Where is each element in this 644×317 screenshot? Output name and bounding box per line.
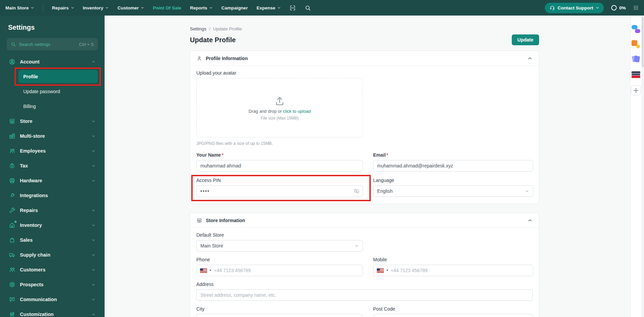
nav-item-point-of-sale[interactable]: Point Of Sale [153, 5, 181, 10]
chat-app-icon[interactable] [632, 25, 640, 33]
email-input[interactable] [373, 160, 533, 171]
address-input[interactable] [196, 289, 533, 301]
stack-app-icon[interactable] [632, 70, 640, 79]
sidebar-item-label: Customers [20, 267, 87, 272]
sidebar-item-repairs[interactable]: Repairs [7, 203, 98, 218]
nav-item-main-store[interactable]: Main Store [5, 5, 34, 10]
sidebar-item-customization[interactable]: Customization [7, 307, 98, 317]
sidebar-item-supply-chain[interactable]: Supply chain [7, 247, 98, 262]
top-navbar: Main StoreRepairsInventoryCustomerPoint … [0, 0, 644, 16]
storage-usage-indicator[interactable]: 0% [611, 5, 626, 10]
access-pin-field-group: Access PIN [196, 178, 363, 197]
hardware-icon [9, 177, 16, 184]
sidebar-item-account[interactable]: Account [7, 54, 98, 69]
sidebar-subitem-profile[interactable]: Profile [19, 70, 98, 83]
collapse-chevron-up-icon[interactable] [527, 218, 533, 223]
repairs-icon [9, 207, 16, 214]
cards-app-icon[interactable] [632, 55, 640, 64]
collapse-chevron-up-icon[interactable] [527, 56, 533, 61]
nav-item-customer[interactable]: Customer [117, 5, 144, 10]
sidebar-item-label: Repairs [20, 208, 87, 213]
avatar-dropzone[interactable]: Drag and drop or click to upload File si… [196, 78, 363, 137]
phone-label: Phone [196, 257, 363, 262]
sidebar-subitem-update-password[interactable]: Update password [7, 84, 98, 99]
sidebar-item-label: Inventory [20, 222, 87, 228]
language-select[interactable]: English [373, 185, 533, 197]
chevron-up-icon [91, 59, 96, 64]
avatar-label: Upload your avatar [196, 70, 533, 76]
nav-item-campaigner[interactable]: Campaigner [221, 5, 248, 10]
chevron-down-icon [105, 6, 109, 9]
breadcrumb-current: Update Profile [213, 26, 242, 31]
access-pin-label: Access PIN [196, 178, 363, 183]
chevron-down-icon [91, 253, 96, 257]
usage-ring-icon [611, 5, 617, 10]
sidebar-item-hardware[interactable]: Hardware [7, 173, 98, 188]
default-store-value: Main Store [200, 243, 223, 248]
sidebar-item-tax[interactable]: Tax [7, 158, 98, 173]
sidebar-item-label: Communication [20, 297, 87, 302]
sidebar-item-integrations[interactable]: Integrations [7, 188, 98, 203]
scrollbar-track[interactable] [641, 16, 644, 317]
flag-dropdown-caret[interactable] [386, 270, 388, 271]
communication-icon [9, 296, 16, 303]
sidebar-item-multi-store[interactable]: Multi-store [7, 129, 98, 143]
us-flag-icon[interactable] [377, 268, 384, 273]
search-settings-input[interactable]: Search settings Ctrl + S [7, 38, 98, 50]
profile-card-title: Profile Information [206, 56, 248, 61]
drop-text: Drag and drop or [249, 109, 283, 114]
sidebar-subitem-billing[interactable]: Billing [7, 99, 98, 114]
sidebar-item-customers[interactable]: Customers [7, 262, 98, 277]
breadcrumb-settings[interactable]: Settings [190, 26, 206, 31]
sidebar-item-communication[interactable]: Communication [7, 292, 98, 307]
flag-dropdown-caret[interactable] [209, 270, 212, 271]
search-icon[interactable] [305, 5, 311, 11]
integrations-icon [9, 192, 16, 199]
sidebar-item-prospects[interactable]: Prospects [7, 277, 98, 292]
chevron-down-icon [91, 119, 96, 124]
default-store-field-group: Default Store Main Store [196, 232, 363, 252]
language-field-group: Language English [373, 178, 533, 197]
language-value: English [377, 188, 393, 194]
sidebar-item-store[interactable]: Store [7, 114, 98, 129]
breadcrumb-separator: / [209, 26, 211, 31]
eye-off-icon[interactable] [354, 188, 360, 194]
chevron-down-icon [91, 267, 96, 272]
city-input[interactable] [196, 314, 363, 317]
scan-icon[interactable] [289, 5, 296, 11]
sidebar-item-label: Customization [20, 312, 87, 317]
address-label: Address [196, 282, 533, 287]
search-icon [11, 42, 16, 47]
file-note: JPG/PNG files with a size of up to 15MB. [196, 141, 533, 146]
access-pin-input[interactable] [196, 185, 363, 197]
nav-item-expense[interactable]: Expense [256, 5, 281, 10]
phone-input[interactable] [214, 268, 359, 273]
navbar-menu: Main StoreRepairsInventoryCustomerPoint … [5, 4, 545, 11]
sidebar-item-sales[interactable]: Sales [7, 233, 98, 247]
shapes-app-icon[interactable] [632, 40, 640, 49]
default-store-select[interactable]: Main Store [196, 240, 363, 252]
sidebar-item-employees[interactable]: Employees [7, 143, 98, 158]
nav-item-repairs[interactable]: Repairs [52, 5, 74, 10]
us-flag-icon[interactable] [200, 268, 207, 273]
click-to-upload-link[interactable]: click to upload [283, 109, 311, 114]
name-input[interactable] [196, 160, 363, 171]
nav-item-inventory[interactable]: Inventory [83, 5, 109, 10]
phone-field-group: Phone [196, 257, 363, 276]
plus-app-button[interactable] [631, 85, 641, 96]
update-button[interactable]: Update [512, 34, 539, 45]
contact-support-button[interactable]: Contact Support [545, 3, 604, 13]
settings-sidebar: Settings Search settings Ctrl + S Accoun… [0, 16, 105, 317]
mobile-input[interactable] [391, 268, 530, 273]
breadcrumb: Settings / Update Profile [190, 26, 539, 31]
sidebar-item-inventory[interactable]: Inventory [7, 218, 98, 233]
upload-icon [274, 95, 285, 107]
apps-grid-icon[interactable] [633, 5, 639, 10]
chevron-down-icon [71, 6, 74, 9]
post-code-input[interactable] [373, 314, 533, 317]
required-asterisk: * [386, 152, 388, 158]
account-icon [9, 58, 16, 65]
scrollbar-thumb[interactable] [642, 17, 644, 67]
nav-item-reports[interactable]: Reports [190, 5, 213, 10]
sidebar-item-label: Store [20, 118, 87, 124]
